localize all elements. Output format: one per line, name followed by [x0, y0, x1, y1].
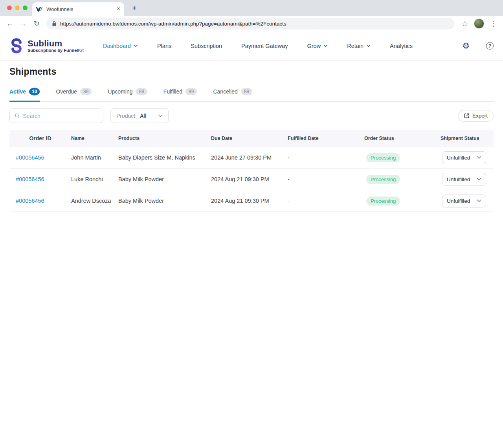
table-row: #00056456 Andrew Dscoza Baby Milk Powder… [9, 190, 494, 212]
product-filter-value: All [140, 113, 146, 119]
nav-dashboard[interactable]: Dashboard [103, 43, 138, 49]
chevron-down-icon [323, 44, 328, 47]
tab-upcoming[interactable]: Upcoming89 [108, 88, 147, 102]
browser-tab[interactable]: Woofunnels × [32, 2, 124, 16]
shipment-status-dropdown[interactable]: Unfulfilled [442, 173, 486, 186]
maximize-window-button[interactable] [23, 6, 28, 10]
product-filter-dropdown[interactable]: Product: All [110, 108, 169, 123]
back-button[interactable]: ← [4, 18, 16, 29]
order-id-link[interactable]: #00056456 [16, 198, 44, 204]
col-order-id: Order ID [9, 135, 71, 141]
fulfilled-date-cell: - [288, 154, 364, 161]
chevron-down-icon [134, 44, 138, 47]
search-box[interactable] [9, 108, 103, 123]
nav-subscription[interactable]: Subscription [191, 43, 222, 49]
address-bar[interactable]: https://autonamidemo.bwfdemos.com/wp-adm… [46, 18, 454, 29]
chevron-down-icon [366, 44, 371, 47]
shipment-status-dropdown[interactable]: Unfulfilled [442, 195, 486, 207]
reload-button[interactable]: ↻ [31, 18, 42, 29]
export-label: Export [472, 113, 488, 119]
browser-menu-icon[interactable]: ⋮ [487, 18, 499, 29]
url-text: https://autonamidemo.bwfdemos.com/wp-adm… [60, 21, 286, 27]
tab-overdue-count: 89 [80, 88, 92, 95]
page-title: Shipments [9, 66, 494, 77]
order-status-badge: Processing [366, 196, 400, 206]
col-order-status: Order Status [364, 136, 441, 141]
header-icons: ⚙ ? [462, 42, 494, 50]
due-date-cell: 2024 June 27 09:30 PM [211, 154, 288, 161]
order-status-badge: Processing [366, 175, 400, 184]
tab-cancelled-count: 89 [241, 88, 252, 95]
window-controls [7, 6, 28, 10]
logo-text: Sublium Subscriptions by FunnelKit [28, 39, 84, 53]
tab-fulfilled-count: 89 [185, 88, 197, 95]
bookmark-star-icon[interactable]: ☆ [459, 18, 471, 29]
chevron-down-icon [477, 156, 481, 159]
tab-close-icon[interactable]: × [117, 6, 120, 12]
nav-plans[interactable]: Plans [157, 43, 171, 49]
col-fulfilled-date: Fulfilled Date [288, 136, 364, 141]
export-button[interactable]: Export [458, 110, 494, 122]
browser-toolbar: ← → ↻ https://autonamidemo.bwfdemos.com/… [0, 16, 503, 31]
lock-icon [52, 21, 57, 26]
col-due-date: Due Date [211, 136, 288, 141]
brand-name: Sublium [28, 39, 84, 48]
sublium-logo[interactable]: Sublium Subscriptions by FunnelKit [9, 38, 94, 54]
shipments-table: Order ID Name Products Due Date Fulfille… [9, 130, 494, 212]
chevron-down-icon [477, 178, 481, 181]
table-header-row: Order ID Name Products Due Date Fulfille… [9, 130, 494, 147]
brand-tagline: Subscriptions by FunnelKit [28, 48, 84, 53]
nav-retain[interactable]: Retain [347, 43, 371, 49]
search-input[interactable] [23, 113, 98, 119]
browser-tab-strip: Woofunnels × + [0, 0, 503, 16]
nav-analytics[interactable]: Analytics [390, 43, 413, 49]
fulfilled-date-cell: - [288, 198, 364, 204]
woofunnels-favicon-icon [36, 6, 43, 12]
close-window-button[interactable] [7, 6, 12, 10]
customer-name: Luke Ronchi [71, 176, 118, 182]
sublium-logo-icon [9, 38, 24, 54]
settings-gear-icon[interactable]: ⚙ [462, 42, 470, 50]
export-icon [464, 113, 470, 119]
minimize-window-button[interactable] [15, 6, 20, 10]
tab-upcoming-count: 89 [136, 88, 147, 95]
main-navigation: Dashboard Plans Subscription Payment Gat… [103, 43, 458, 49]
order-status-badge: Processing [366, 153, 400, 162]
col-name: Name [71, 136, 118, 141]
table-row: #00056456 Luke Ronchi Baby Milk Powder 2… [9, 169, 494, 190]
fulfilled-date-cell: - [288, 176, 364, 182]
due-date-cell: 2024 Aug 21 09:30 PM [211, 176, 288, 182]
nav-payment-gateway[interactable]: Payment Gateway [241, 43, 288, 49]
help-icon[interactable]: ? [486, 42, 494, 50]
customer-name: John Martin [71, 154, 118, 161]
app-header: Sublium Subscriptions by FunnelKit Dashb… [0, 31, 503, 61]
filters-row: Product: All Export [9, 108, 494, 123]
col-shipment-status: Shipment Status [441, 136, 494, 141]
products-cell: Baby Milk Powder [118, 176, 211, 182]
chevron-down-icon [477, 199, 481, 202]
tab-title: Woofunnels [46, 6, 113, 12]
search-icon [15, 113, 20, 119]
page-content: Shipments Active10 Overdue89 Upcoming89 … [0, 66, 503, 212]
forward-button[interactable]: → [17, 18, 29, 29]
tab-overdue[interactable]: Overdue89 [56, 88, 92, 102]
chevron-down-icon [158, 114, 163, 118]
products-cell: Baby Milk Powder [118, 198, 211, 204]
nav-grow[interactable]: Grow [307, 43, 328, 49]
order-id-link[interactable]: #00056456 [16, 154, 44, 161]
new-tab-button[interactable]: + [132, 4, 137, 13]
tab-cancelled[interactable]: Cancelled89 [213, 88, 252, 102]
tab-fulfilled[interactable]: Fulfilled89 [163, 88, 197, 102]
tab-active[interactable]: Active10 [9, 88, 40, 102]
product-filter-label: Product: [116, 113, 137, 119]
shipment-status-dropdown[interactable]: Unfulfilled [442, 151, 486, 164]
table-row: #00056456 John Martin Baby Diapers Size … [9, 147, 494, 169]
due-date-cell: 2024 Aug 21 09:30 PM [211, 198, 288, 204]
customer-name: Andrew Dscoza [71, 198, 118, 204]
tab-active-count: 10 [29, 88, 40, 95]
order-id-link[interactable]: #00056456 [16, 176, 44, 182]
profile-avatar[interactable] [474, 18, 484, 29]
products-cell: Baby Diapers Size M, Napkins [118, 154, 211, 161]
col-products: Products [118, 136, 211, 141]
status-tabs: Active10 Overdue89 Upcoming89 Fulfilled8… [9, 88, 494, 102]
